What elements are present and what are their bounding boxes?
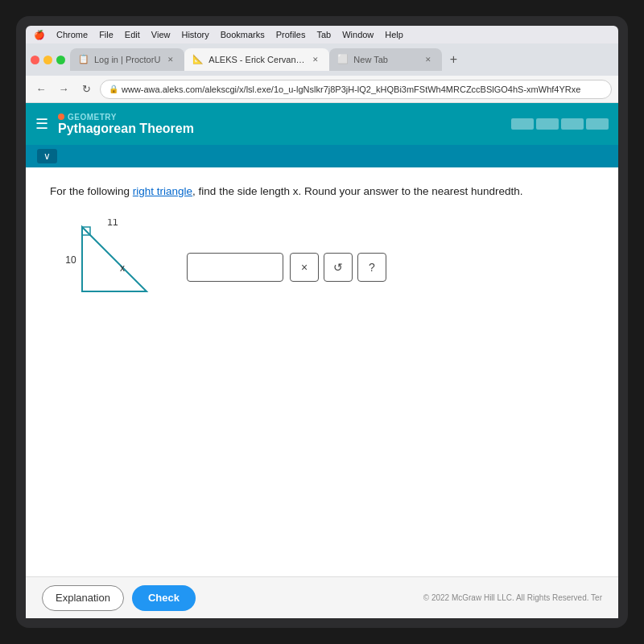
tab-newtab[interactable]: ⬜ New Tab ✕ xyxy=(329,48,442,71)
progress-boxes xyxy=(511,118,609,130)
svg-marker-0 xyxy=(82,227,147,291)
menu-view[interactable]: View xyxy=(151,30,171,39)
answer-input[interactable] xyxy=(187,253,283,282)
menu-file[interactable]: File xyxy=(99,30,114,39)
tab-newtab-label: New Tab xyxy=(353,55,418,64)
triangle-svg: 11 10 x xyxy=(58,219,163,316)
triangle-diagram: 11 10 x xyxy=(58,219,163,316)
tab-aleks[interactable]: 📐 ALEKS - Erick Cervantes - Les ✕ xyxy=(184,48,329,71)
progress-box-1 xyxy=(511,118,534,130)
proctoru-favicon: 📋 xyxy=(78,54,89,65)
menu-chrome[interactable]: Chrome xyxy=(56,30,88,39)
address-input[interactable]: 🔒 www-awa.aleks.com/alekscgi/x/lsl.exe/1… xyxy=(100,80,612,99)
close-button[interactable] xyxy=(31,56,39,64)
question-text: For the following right triangle, find t… xyxy=(50,184,594,200)
side-left-label: 10 xyxy=(65,254,76,266)
address-bar: ← → ↻ 🔒 www-awa.aleks.com/alekscgi/x/lsl… xyxy=(26,76,618,103)
subject-label: GEOMETRY xyxy=(58,113,194,122)
subject-dot xyxy=(58,114,64,120)
chevron-down-icon[interactable]: ∨ xyxy=(37,149,57,163)
newtab-favicon: ⬜ xyxy=(337,54,349,65)
menu-help[interactable]: Help xyxy=(385,30,403,39)
progress-box-2 xyxy=(536,118,559,130)
minimize-button[interactable] xyxy=(43,56,52,64)
problem-area: 11 10 x × ↺ ? xyxy=(58,219,594,316)
apple-icon: 🍎 xyxy=(34,30,45,40)
new-tab-button[interactable]: + xyxy=(442,48,464,71)
question-intro: For the following xyxy=(50,185,133,197)
bottom-bar: Explanation Check © 2022 McGraw Hill LLC… xyxy=(26,576,618,618)
menu-bookmarks[interactable]: Bookmarks xyxy=(221,30,265,39)
reload-button[interactable]: ↻ xyxy=(77,80,95,98)
traffic-lights xyxy=(26,56,70,64)
lock-icon: 🔒 xyxy=(109,85,118,93)
explanation-button[interactable]: Explanation xyxy=(42,585,124,611)
dropdown-toggle: ∨ xyxy=(26,145,618,167)
question-after: , find the side length x. Round your ans… xyxy=(192,185,523,197)
clear-button[interactable]: × xyxy=(290,253,319,282)
undo-button[interactable]: ↺ xyxy=(324,253,353,282)
check-button[interactable]: Check xyxy=(132,585,196,611)
menu-history[interactable]: History xyxy=(181,30,208,39)
progress-box-4 xyxy=(586,118,609,130)
tab-bar: 📋 Log in | ProctorU ✕ 📐 ALEKS - Erick Ce… xyxy=(26,43,618,76)
tab-proctoru[interactable]: 📋 Log in | ProctorU ✕ xyxy=(70,48,184,71)
tab-proctoru-label: Log in | ProctorU xyxy=(94,55,160,64)
bottom-left-buttons: Explanation Check xyxy=(42,585,196,611)
tab-aleks-close[interactable]: ✕ xyxy=(310,54,321,65)
side-top-label: 11 xyxy=(107,219,118,228)
action-buttons: × ↺ ? xyxy=(290,253,386,282)
right-triangle-link[interactable]: right triangle xyxy=(133,185,192,197)
help-button[interactable]: ? xyxy=(357,253,386,282)
side-hyp-label: x xyxy=(120,262,125,274)
forward-button[interactable]: → xyxy=(55,80,72,98)
url-text: www-awa.aleks.com/alekscgi/x/lsl.exe/1o_… xyxy=(122,85,580,94)
menu-tab[interactable]: Tab xyxy=(316,30,331,39)
tab-aleks-label: ALEKS - Erick Cervantes - Les xyxy=(208,55,305,64)
menu-window[interactable]: Window xyxy=(342,30,374,39)
maximize-button[interactable] xyxy=(56,56,65,64)
macos-menubar: 🍎 Chrome File Edit View History Bookmark… xyxy=(26,26,618,43)
topic-label: Pythagorean Theorem xyxy=(58,122,194,136)
menu-edit[interactable]: Edit xyxy=(125,30,140,39)
back-button[interactable]: ← xyxy=(32,80,50,98)
progress-box-3 xyxy=(561,118,584,130)
footer-text: © 2022 McGraw Hill LLC. All Rights Reser… xyxy=(423,593,602,602)
main-content: For the following right triangle, find t… xyxy=(26,167,618,576)
hamburger-menu[interactable]: ☰ xyxy=(35,115,48,133)
tab-proctoru-close[interactable]: ✕ xyxy=(165,54,176,65)
menu-profiles[interactable]: Profiles xyxy=(276,30,306,39)
aleks-favicon: 📐 xyxy=(192,54,204,65)
aleks-header: ☰ GEOMETRY Pythagorean Theorem xyxy=(26,103,618,145)
tab-newtab-close[interactable]: ✕ xyxy=(423,54,434,65)
title-block: GEOMETRY Pythagorean Theorem xyxy=(58,113,194,136)
answer-area: × ↺ ? xyxy=(187,253,386,282)
chrome-window: 📋 Log in | ProctorU ✕ 📐 ALEKS - Erick Ce… xyxy=(26,43,618,618)
